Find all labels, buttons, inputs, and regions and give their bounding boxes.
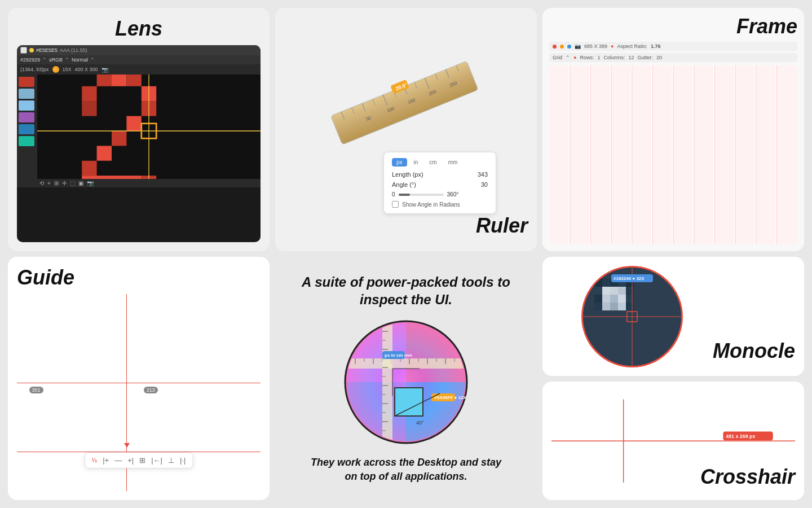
- guide-tool-add-v[interactable]: |+: [103, 456, 109, 465]
- guide-h-line-1: [17, 383, 261, 383]
- svg-rect-47: [735, 65, 754, 244]
- angle-min: 0: [392, 191, 395, 198]
- monocle-label-text: #183240 ● 32X: [614, 276, 645, 281]
- frame-dot-blue: [567, 45, 571, 49]
- svg-rect-114: [594, 303, 602, 310]
- aspect-label: Aspect Ratio:: [617, 43, 647, 49]
- svg-rect-117: [618, 303, 626, 310]
- radians-label: Show Angle in Radians: [402, 202, 460, 208]
- lens-tool-4[interactable]: ✛: [62, 180, 67, 186]
- stepper-icon[interactable]: ⌃: [42, 57, 47, 63]
- svg-rect-76: [382, 323, 392, 441]
- svg-text:40°: 40°: [416, 420, 424, 426]
- svg-rect-99: [594, 279, 602, 287]
- svg-rect-48: [756, 65, 775, 244]
- svg-rect-8: [126, 116, 141, 131]
- svg-rect-9: [112, 131, 126, 146]
- guide-tool-add-h[interactable]: +|: [127, 456, 134, 465]
- radians-checkbox[interactable]: [392, 201, 399, 208]
- lens-toolbar-row1: #E5E5E5 AAA (11.55): [17, 45, 261, 55]
- svg-rect-43: [652, 65, 672, 244]
- svg-rect-1: [97, 75, 112, 86]
- lens-tool-3[interactable]: ⊞: [54, 180, 59, 186]
- lens-ui: #E5E5E5 AAA (11.55) #292929 ⌃ sRGB ⌃ Nor…: [17, 45, 261, 242]
- svg-rect-45: [694, 65, 713, 244]
- guide-toolbar[interactable]: ¹⁄₂ |+ — +| ⊞ |←| ⊥ |·|: [85, 452, 193, 468]
- swatch-teal: [19, 136, 34, 146]
- svg-text:#5A86FF ● 12X: #5A86FF ● 12X: [434, 395, 467, 400]
- svg-rect-42: [632, 65, 651, 244]
- aaa-label: AAA (11.55): [60, 47, 87, 53]
- lens-tool-7[interactable]: 📷: [87, 180, 94, 186]
- svg-rect-100: [602, 279, 610, 287]
- angle-label: Angle (°): [392, 181, 416, 188]
- ruler-angle-row: Angle (°) 30: [392, 181, 488, 188]
- stepper3-icon[interactable]: ⌃: [90, 57, 95, 63]
- dims-label: 400 X 300: [75, 67, 98, 72]
- guide-tool-center[interactable]: ⊥: [168, 456, 174, 465]
- svg-rect-2: [112, 75, 126, 86]
- right-bottom-col: #183240 ● 32X Monocle 481 x 269 p: [542, 257, 804, 500]
- tab-mm[interactable]: mm: [444, 158, 462, 167]
- svg-rect-104: [594, 287, 602, 295]
- swatch-purple: [19, 112, 34, 122]
- stepper2-icon[interactable]: ⌃: [65, 57, 69, 63]
- guide-tool-spread[interactable]: |←|: [151, 456, 162, 465]
- hex-label: #292929: [20, 57, 40, 63]
- camera-icon2: 📷: [575, 43, 581, 49]
- lens-toolbar-row2: #292929 ⌃ sRGB ⌃ Normal ⌃: [17, 55, 261, 64]
- ruler-slider[interactable]: [399, 194, 444, 196]
- lens-tool-2[interactable]: +: [47, 180, 51, 186]
- dims-value: 685 X 389: [584, 43, 607, 49]
- svg-text:px in cm mm: px in cm mm: [385, 353, 412, 358]
- guide-tool-grid[interactable]: ⊞: [139, 456, 145, 465]
- svg-rect-108: [626, 287, 634, 295]
- svg-rect-49: [776, 65, 797, 244]
- svg-rect-17: [330, 61, 478, 144]
- dot-sep2: ●: [573, 55, 576, 60]
- svg-rect-40: [590, 65, 610, 244]
- lens-title: Lens: [115, 17, 162, 41]
- svg-rect-63: [347, 358, 465, 369]
- svg-rect-110: [602, 295, 610, 303]
- crosshair-title: Crosshair: [700, 465, 795, 489]
- lens-tools-row: ⟲ + ⊞ ✛ ⬚ ▣ 📷: [37, 179, 261, 187]
- ruler-slider-container: 0 360°: [392, 191, 488, 198]
- lens-tool-1[interactable]: ⟲: [39, 180, 44, 186]
- color-hex-label: #E5E5E5: [36, 47, 58, 53]
- svg-rect-6: [82, 101, 96, 116]
- monocle-title: Monocle: [713, 294, 795, 363]
- tab-px[interactable]: px: [392, 158, 407, 167]
- length-label: Length (px): [392, 171, 423, 178]
- cols-value: 12: [629, 55, 634, 60]
- frame-dot-red: [553, 45, 557, 49]
- svg-rect-118: [626, 303, 634, 310]
- minus-btn[interactable]: −: [52, 66, 59, 73]
- svg-rect-3: [126, 75, 141, 86]
- guide-marker: [124, 443, 130, 448]
- grid-stepper[interactable]: ⌃: [566, 55, 570, 60]
- blend-mode-label: Normal: [72, 57, 88, 63]
- lens-tool-6[interactable]: ▣: [78, 180, 83, 186]
- svg-rect-10: [97, 146, 112, 160]
- lens-pixel-area: ⟲ + ⊞ ✛ ⬚ ▣ 📷: [17, 75, 261, 187]
- ruler-tabs: px in cm mm: [392, 158, 488, 167]
- camera-icon[interactable]: 📷: [102, 67, 108, 73]
- guide-tool-h[interactable]: —: [114, 456, 122, 465]
- swatch-red: [19, 77, 34, 87]
- ruler-length-row: Length (px) 343: [392, 171, 488, 178]
- frame-grid-svg: [549, 65, 797, 244]
- guide-tool-half[interactable]: ¹⁄₂: [92, 457, 98, 464]
- swatch-blue1: [19, 89, 34, 99]
- tab-cm[interactable]: cm: [425, 158, 441, 167]
- ruler-title: Ruler: [476, 214, 528, 238]
- tab-in[interactable]: in: [409, 158, 423, 167]
- lens-sidebar: [17, 75, 37, 187]
- svg-rect-93: [395, 388, 423, 416]
- svg-rect-115: [602, 303, 610, 310]
- monocle-header: #183240 ● 32X Monocle: [551, 266, 795, 367]
- svg-rect-105: [602, 287, 610, 295]
- lens-tool-5[interactable]: ⬚: [70, 180, 75, 186]
- svg-rect-116: [610, 303, 618, 310]
- guide-tool-midpoint[interactable]: |·|: [180, 456, 186, 465]
